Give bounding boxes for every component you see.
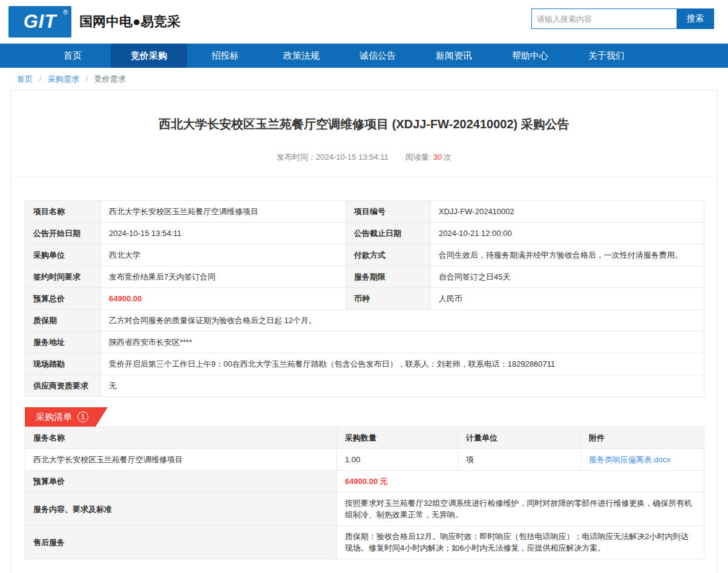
column-header: 服务名称 <box>25 427 337 449</box>
measure-unit: 项 <box>458 449 581 471</box>
views-count: 30 <box>433 152 441 162</box>
field-label: 售后服务 <box>25 526 337 559</box>
field-value: 2024-10-15 13:54:11 <box>101 223 346 244</box>
column-header: 采购数量 <box>337 427 458 449</box>
field-label: 项目编号 <box>346 201 431 223</box>
field-value: 竞价开启后第三个工作日上午9：00在西北大学玉兰苑餐厅踏勘（包含公告发布日），联… <box>101 353 704 375</box>
nav-item-bidding-purchase[interactable]: 竞价采购 <box>111 44 187 68</box>
field-label: 服务期限 <box>346 266 431 288</box>
field-value: 乙方对合同服务的质量保证期为验收合格后之日起 12个月。 <box>101 310 704 332</box>
publish-time-label: 发布时间： <box>277 152 316 162</box>
table-row: 签约时间要求 发布竞价结果后7天内签订合同 服务期限 自合同签订之日45天 <box>25 266 704 288</box>
field-value: 发布竞价结果后7天内签订合同 <box>101 266 346 288</box>
field-label: 采购单位 <box>25 244 101 266</box>
field-label: 服务地址 <box>25 332 101 353</box>
budget-total-value: 64900.00 <box>101 288 346 310</box>
nav-item-help-center[interactable]: 帮助中心 <box>492 44 568 68</box>
divider <box>11 177 717 177</box>
field-value: 按照要求对玉兰苑餐厅32组空调系统进行检修维护，同时对故障的零部件进行维修更换，… <box>337 493 704 526</box>
breadcrumb-separator: / <box>39 74 42 83</box>
field-label: 付款方式 <box>346 244 431 266</box>
nav-item-policy[interactable]: 政策法规 <box>263 44 339 68</box>
field-value: 陕西省西安市长安区**** <box>101 332 704 353</box>
table-row: 预算总价 64900.00 币种 人民币 <box>25 288 704 310</box>
main-nav: 首页 竞价采购 招投标 政策法规 诚信公告 新闻资讯 帮助中心 关于我们 <box>0 44 728 68</box>
table-row: 售后服务 质保期：验收合格后12月。响应时效：即时响应（包括电话响应）；电话响应… <box>25 526 704 559</box>
purchase-quantity: 1.00 <box>337 449 458 471</box>
field-value: XDJJ-FW-202410002 <box>431 201 704 223</box>
field-value: 西北大学长安校区玉兰苑餐厅空调维修项目 <box>101 201 346 223</box>
nav-item-about-us[interactable]: 关于我们 <box>568 44 644 68</box>
attachment-link[interactable]: 服务类响应偏离表.docx <box>589 455 671 464</box>
announcement-card: 西北大学长安校区玉兰苑餐厅空调维修项目 (XDJJ-FW-202410002) … <box>11 90 717 573</box>
field-label: 项目名称 <box>25 201 101 223</box>
breadcrumb-home[interactable]: 首页 <box>17 74 33 83</box>
field-value: 无 <box>101 375 704 397</box>
table-header-row: 服务名称 采购数量 计量单位 附件 <box>25 427 704 449</box>
breadcrumb-current: 竞价需求 <box>94 74 126 83</box>
column-header: 附件 <box>581 427 704 449</box>
purchase-list-table: 服务名称 采购数量 计量单位 附件 西北大学长安校区玉兰苑餐厅空调维修项目 1.… <box>25 427 704 559</box>
table-row: 公告开始日期 2024-10-15 13:54:11 公告截止日期 2024-1… <box>25 223 704 244</box>
views-unit: 次 <box>444 152 451 162</box>
project-info-table: 项目名称 西北大学长安校区玉兰苑餐厅空调维修项目 项目编号 XDJJ-FW-20… <box>25 200 704 397</box>
search-input[interactable] <box>531 8 677 29</box>
table-row: 采购单位 西北大学 付款方式 合同生效后，待服务期满并经甲方验收合格后，一次性付… <box>25 244 704 266</box>
site-logo[interactable]: GIT ® <box>8 6 71 38</box>
nav-item-tender[interactable]: 招投标 <box>187 44 263 68</box>
purchase-list-badge-label: 采购清单 <box>36 411 72 423</box>
field-value: 质保期：验收合格后12月。响应时效：即时响应（包括电话响应）；电话响应无法解决2… <box>337 526 704 559</box>
table-row: 质保期 乙方对合同服务的质量保证期为验收合格后之日起 12个月。 <box>25 310 704 332</box>
site-name: 国网中电●易竞采 <box>79 13 180 31</box>
field-label: 质保期 <box>25 310 101 332</box>
nav-item-integrity-notice[interactable]: 诚信公告 <box>339 44 416 68</box>
unit-price-value: 64900.00 元 <box>337 471 704 493</box>
purchase-list-badge: 采购清单 1 <box>25 407 108 427</box>
table-row: 服务地址 陕西省西安市长安区**** <box>25 332 704 353</box>
top-header: GIT ® 国网中电●易竞采 搜索 <box>0 0 728 44</box>
views-label: 阅读量: <box>405 152 431 162</box>
table-row: 服务内容、要求及标准 按照要求对玉兰苑餐厅32组空调系统进行检修维护，同时对故障… <box>25 493 704 526</box>
service-name: 西北大学长安校区玉兰苑餐厅空调维修项目 <box>25 449 337 471</box>
field-value: 2024-10-21 12:00:00 <box>431 223 704 244</box>
field-label: 预算单价 <box>25 471 337 493</box>
field-label: 现场踏勘 <box>25 353 101 375</box>
field-value: 西北大学 <box>101 244 346 266</box>
nav-item-home[interactable]: 首页 <box>34 44 111 68</box>
field-label: 公告开始日期 <box>25 223 101 244</box>
breadcrumb: 首页 / 采购需求 / 竞价需求 <box>0 68 728 90</box>
column-header: 计量单位 <box>458 427 581 449</box>
search-button[interactable]: 搜索 <box>677 8 714 29</box>
breadcrumb-purchase-demand[interactable]: 采购需求 <box>48 74 79 83</box>
field-value: 合同生效后，待服务期满并经甲方验收合格后，一次性付清服务费用。 <box>431 244 704 266</box>
field-label: 预算总价 <box>25 288 101 310</box>
table-row: 西北大学长安校区玉兰苑餐厅空调维修项目 1.00 项 服务类响应偏离表.docx <box>25 449 704 471</box>
breadcrumb-separator: / <box>86 74 88 83</box>
search-area: 搜索 <box>531 8 714 29</box>
field-label: 签约时间要求 <box>25 266 101 288</box>
nav-item-news[interactable]: 新闻资讯 <box>416 44 492 68</box>
publish-time-value: 2024-10-15 13:54:11 <box>316 152 389 162</box>
field-value: 自合同签订之日45天 <box>431 266 704 288</box>
field-label: 服务内容、要求及标准 <box>25 493 337 526</box>
page-title: 西北大学长安校区玉兰苑餐厅空调维修项目 (XDJJ-FW-202410002) … <box>11 91 717 133</box>
field-label: 币种 <box>346 288 431 310</box>
table-row: 供应商资质要求 无 <box>25 375 704 397</box>
field-value: 人民币 <box>431 288 704 310</box>
purchase-list-count-badge: 1 <box>77 411 88 422</box>
table-row: 项目名称 西北大学长安校区玉兰苑餐厅空调维修项目 项目编号 XDJJ-FW-20… <box>25 201 704 223</box>
field-label: 公告截止日期 <box>346 223 431 244</box>
table-row: 现场踏勘 竞价开启后第三个工作日上午9：00在西北大学玉兰苑餐厅踏勘（包含公告发… <box>25 353 704 375</box>
logo-text: GIT <box>24 6 57 38</box>
registered-trademark-icon: ® <box>63 8 68 16</box>
field-label: 供应商资质要求 <box>25 375 101 397</box>
table-row: 预算单价 64900.00 元 <box>25 471 704 493</box>
announcement-meta: 发布时间：2024-10-15 13:54:11阅读量:30次 <box>11 152 717 163</box>
